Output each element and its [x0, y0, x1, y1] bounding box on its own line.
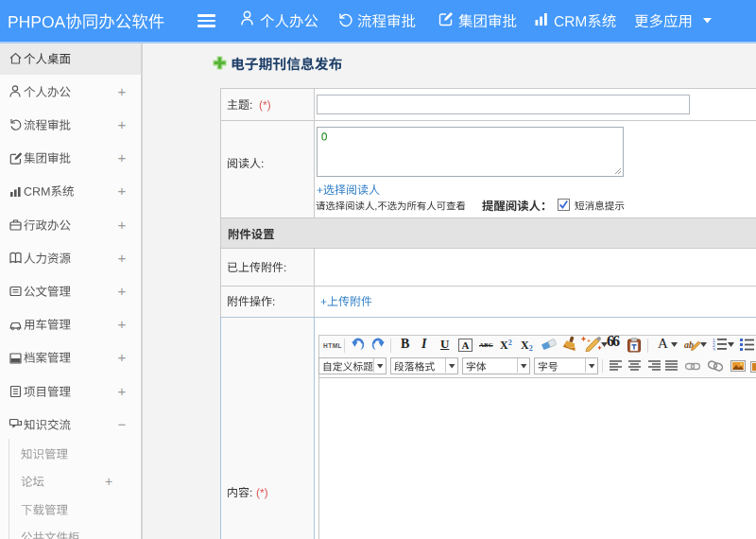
svg-text:3: 3	[713, 347, 715, 351]
svg-text:A: A	[462, 339, 470, 351]
